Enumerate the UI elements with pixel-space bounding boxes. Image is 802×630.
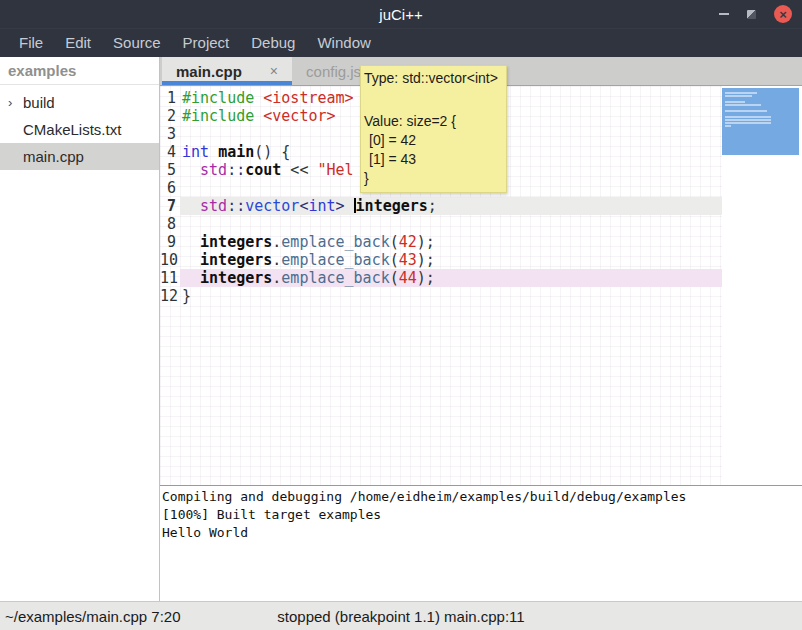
line-number: 10 (160, 251, 180, 269)
line-number: 2 (160, 107, 180, 125)
line-number: 12 (160, 287, 180, 305)
line-number: 11 (160, 269, 180, 287)
line-number: 6 (160, 179, 180, 197)
project-name-header: examples (0, 57, 159, 85)
close-button[interactable]: × (774, 5, 792, 23)
tooltip-entry: [0] = 42 (364, 131, 503, 150)
sidebar-item-build[interactable]: ›build (0, 89, 159, 116)
close-icon[interactable]: × (270, 63, 278, 79)
menu-file[interactable]: File (8, 28, 54, 57)
line-number: 4 (160, 143, 180, 161)
output-line: [100%] Built target examples (162, 506, 802, 524)
menu-debug[interactable]: Debug (240, 28, 306, 57)
menu-source[interactable]: Source (102, 28, 172, 57)
minimize-icon (719, 13, 729, 15)
status-debug-state: stopped (breakpoint 1.1) main.cpp:11 (277, 608, 524, 625)
file-tree: ›buildCMakeLists.txtmain.cpp (0, 85, 159, 170)
menu-window[interactable]: Window (306, 28, 381, 57)
sidebar-item-main-cpp[interactable]: main.cpp (0, 143, 159, 170)
code-line[interactable]: 8 (160, 215, 722, 233)
app-window: juCi++ × FileEditSourceProjectDebugWindo… (0, 0, 802, 630)
tooltip-closing-brace: } (364, 169, 503, 188)
code-line[interactable]: 7 std::vector<int> integers; (160, 197, 722, 215)
code-line[interactable]: 12} (160, 287, 722, 305)
project-sidebar: examples ›buildCMakeLists.txtmain.cpp (0, 57, 160, 601)
line-number: 3 (160, 125, 180, 143)
code-line[interactable]: 10 integers.emplace_back(43); (160, 251, 722, 269)
tooltip-entries: [0] = 42[1] = 43 (364, 131, 503, 169)
output-line: Hello World (162, 524, 802, 542)
output-panel[interactable]: Compiling and debugging /home/eidheim/ex… (160, 485, 802, 601)
status-bar: ~/examples/main.cpp 7:20 stopped (breakp… (0, 601, 802, 630)
status-file-position: ~/examples/main.cpp 7:20 (0, 608, 181, 625)
sidebar-item-cmakelists-txt[interactable]: CMakeLists.txt (0, 116, 159, 143)
output-line: Compiling and debugging /home/eidheim/ex… (162, 488, 802, 506)
line-number: 9 (160, 233, 180, 251)
window-title: juCi++ (0, 6, 802, 23)
sidebar-item-label: build (23, 94, 55, 111)
line-number: 5 (160, 161, 180, 179)
title-bar[interactable]: juCi++ × (0, 0, 802, 28)
menu-bar: FileEditSourceProjectDebugWindow (0, 28, 802, 57)
minimize-button[interactable] (719, 13, 729, 15)
close-icon: × (779, 8, 787, 21)
tooltip-type-line: Type: std::vector<int> (364, 69, 503, 88)
line-number: 8 (160, 215, 180, 233)
line-number: 1 (160, 89, 180, 107)
menu-project[interactable]: Project (172, 28, 241, 57)
tooltip-entry: [1] = 43 (364, 150, 503, 169)
restore-icon (747, 10, 756, 19)
tooltip-value-line: Value: size=2 { (364, 112, 503, 131)
minimap[interactable] (722, 86, 802, 485)
sidebar-item-label: CMakeLists.txt (23, 121, 121, 138)
line-number: 7 (160, 197, 180, 215)
chevron-right-icon: › (8, 95, 23, 110)
sidebar-item-label: main.cpp (23, 148, 84, 165)
minimap-visible-region[interactable] (722, 88, 799, 155)
restore-button[interactable] (747, 10, 756, 19)
tab-main-cpp[interactable]: main.cpp× (162, 57, 292, 85)
menu-edit[interactable]: Edit (54, 28, 102, 57)
code-line[interactable]: 9 integers.emplace_back(42); (160, 233, 722, 251)
code-line[interactable]: 11 integers.emplace_back(44); (160, 269, 722, 287)
debug-tooltip: Type: std::vector<int> Value: size=2 { [… (360, 65, 507, 193)
tab-label: main.cpp (176, 63, 242, 80)
